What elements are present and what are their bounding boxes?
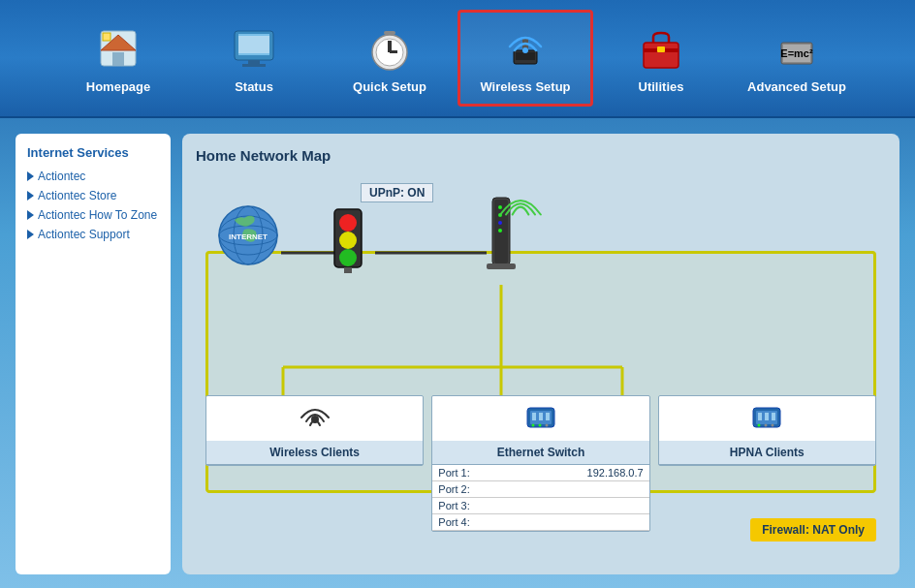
svg-point-63 [758, 424, 761, 427]
port-name: Port 1: [432, 465, 517, 481]
upnp-badge: UPnP: ON [361, 183, 433, 202]
network-map: UPnP: ON [196, 173, 886, 542]
ethernet-switch-box: Ethernet Switch Port 1: 192.168.0.7 Port… [431, 395, 649, 532]
hpna-clients-label: HPNA Clients [659, 441, 875, 465]
svg-rect-7 [242, 64, 266, 67]
nav-label-quick-setup: Quick Setup [353, 79, 426, 94]
svg-rect-48 [487, 263, 516, 269]
sidebar-item-howto[interactable]: Actiontec How To Zone [27, 208, 159, 222]
bottom-boxes: Wireless Clients [205, 395, 876, 532]
nav-label-advanced-setup: Advanced Setup [747, 79, 846, 94]
svg-rect-15 [516, 52, 535, 60]
nav-item-advanced-setup[interactable]: E=mc² Advanced Setup [729, 10, 865, 107]
top-navigation: Homepage Status Quick Setup [0, 0, 915, 118]
nav-item-quick-setup[interactable]: Quick Setup [322, 10, 458, 107]
arrow-icon [27, 171, 34, 181]
arrow-icon [27, 191, 34, 201]
nav-item-utilities[interactable]: Utilities [593, 10, 729, 107]
map-title: Home Network Map [196, 147, 886, 164]
svg-point-38 [339, 214, 357, 232]
svg-rect-6 [248, 60, 260, 64]
port-row: Port 4: [432, 514, 648, 531]
port-row: Port 2: [432, 481, 648, 498]
svg-rect-62 [772, 413, 775, 420]
svg-point-57 [545, 424, 548, 427]
hpna-icon [659, 396, 875, 441]
sidebar-item-store[interactable]: Actiontec Store [27, 189, 159, 202]
sidebar: Internet Services Actiontec Actiontec St… [16, 134, 171, 574]
svg-text:E=mc²: E=mc² [780, 47, 813, 59]
svg-rect-54 [546, 413, 550, 420]
nav-item-homepage[interactable]: Homepage [50, 10, 186, 107]
port-value: 192.168.0.7 [517, 465, 649, 481]
svg-point-40 [339, 249, 357, 266]
svg-rect-53 [539, 413, 543, 420]
svg-rect-18 [644, 43, 678, 68]
sidebar-title: Internet Services [27, 145, 159, 160]
globe-icon: INTERNET [215, 202, 281, 268]
status-icon [229, 23, 279, 74]
wireless-setup-icon [500, 23, 551, 74]
svg-rect-52 [532, 413, 536, 420]
sidebar-item-actiontec[interactable]: Actiontec [27, 170, 159, 183]
svg-point-56 [538, 424, 541, 427]
nav-label-status: Status [235, 79, 273, 94]
svg-rect-3 [103, 33, 110, 41]
port-table: Port 1: 192.168.0.7 Port 2: Port 3: [432, 465, 648, 531]
svg-rect-2 [112, 52, 124, 66]
port-value [517, 514, 649, 531]
map-panel: Home Network Map UPnP: ON [182, 134, 899, 574]
sidebar-item-support[interactable]: Actiontec Support [27, 228, 159, 241]
svg-rect-41 [344, 267, 352, 273]
arrow-icon [27, 230, 34, 239]
nav-item-status[interactable]: Status [186, 10, 322, 107]
svg-rect-13 [384, 31, 395, 35]
svg-point-47 [498, 229, 502, 232]
router-wrap [477, 188, 525, 285]
svg-rect-60 [758, 413, 762, 420]
wireless-clients-label: Wireless Clients [206, 441, 423, 465]
nav-item-wireless-setup[interactable]: Wireless Setup [458, 10, 593, 107]
wireless-clients-box: Wireless Clients [205, 395, 424, 466]
port-name: Port 3: [432, 498, 517, 514]
wireless-icon [206, 396, 423, 441]
port-value [517, 498, 649, 514]
port-value [517, 481, 649, 498]
utilities-icon [636, 23, 686, 74]
nav-label-homepage: Homepage [86, 79, 150, 94]
svg-rect-20 [657, 46, 665, 52]
firewall-badge: Firewall: NAT Only [750, 518, 876, 542]
svg-text:INTERNET: INTERNET [229, 232, 268, 241]
port-name: Port 2: [432, 481, 517, 498]
homepage-icon [93, 23, 143, 74]
main-content: Internet Services Actiontec Actiontec St… [0, 118, 915, 588]
ethernet-switch-label: Ethernet Switch [432, 441, 648, 465]
hpna-clients-box: HPNA Clients [658, 395, 876, 466]
nav-label-utilities: Utilities [639, 79, 684, 94]
svg-point-39 [339, 232, 357, 249]
advanced-setup-icon: E=mc² [772, 23, 822, 74]
nav-label-wireless-setup: Wireless Setup [480, 79, 570, 94]
svg-point-17 [522, 47, 528, 53]
svg-point-55 [531, 424, 534, 427]
globe-wrap: INTERNET [215, 202, 281, 268]
svg-rect-8 [238, 36, 269, 53]
svg-point-64 [765, 424, 768, 427]
arrow-icon [27, 210, 34, 220]
wifi-arcs-icon [496, 183, 545, 222]
traffic-light-icon [327, 207, 369, 275]
svg-point-65 [772, 424, 774, 427]
traffic-light-wrap [327, 207, 369, 279]
ethernet-icon [432, 396, 648, 441]
svg-rect-12 [390, 50, 397, 53]
port-row: Port 3: [432, 498, 648, 514]
port-name: Port 4: [432, 514, 517, 531]
svg-rect-61 [765, 413, 769, 420]
quick-setup-icon [364, 23, 415, 74]
port-row: Port 1: 192.168.0.7 [432, 465, 648, 481]
